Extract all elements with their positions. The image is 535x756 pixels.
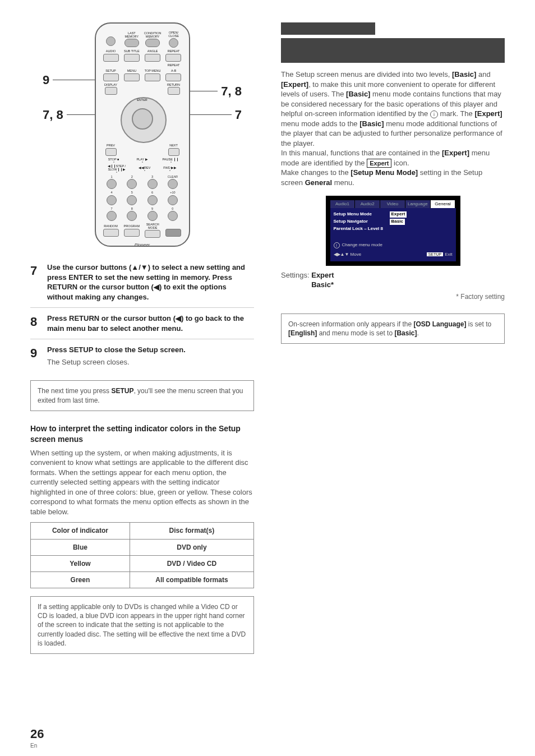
callout-78l-label: 7, 8 bbox=[43, 107, 63, 123]
display-button[interactable] bbox=[105, 87, 117, 95]
table-cell: Green bbox=[31, 571, 130, 588]
table-cell: Blue bbox=[31, 539, 130, 555]
subtitle-label: SUB TITLE bbox=[124, 50, 140, 53]
program-button[interactable] bbox=[124, 229, 140, 237]
subtitle-button[interactable] bbox=[124, 54, 140, 62]
random-button[interactable] bbox=[103, 229, 119, 237]
num-7[interactable] bbox=[107, 211, 117, 221]
numpad: 1 2 3 CLEAR 4 5 6 +10 7 8 9 0 bbox=[103, 175, 182, 221]
th-format: Disc format(s) bbox=[130, 523, 253, 539]
osd-menu-val: Basic bbox=[390, 219, 405, 225]
osd-menu-key: Parental Lock – Level 8 bbox=[334, 226, 390, 232]
step-num: 7 bbox=[30, 262, 47, 302]
angle-label: ANGLE bbox=[147, 50, 158, 53]
menu-button[interactable] bbox=[124, 73, 140, 81]
prev-button[interactable] bbox=[105, 148, 117, 156]
rev-label: ◀◀REV bbox=[139, 167, 150, 170]
clear-button[interactable] bbox=[168, 179, 178, 189]
pause-button[interactable] bbox=[170, 162, 172, 163]
angle-button[interactable] bbox=[145, 54, 160, 62]
right-para-1: The Setup screen menus are divided into … bbox=[281, 70, 505, 148]
formats-table: Color of indicator Disc format(s) BlueDV… bbox=[30, 522, 254, 588]
callout-7-right: 7 bbox=[187, 107, 242, 123]
return-label: RETURN bbox=[167, 84, 180, 87]
text: [Expert] bbox=[281, 80, 308, 89]
osd-menu-key: Setup Navigator bbox=[334, 219, 390, 225]
table-cell: DVD only bbox=[130, 539, 253, 555]
factory-note: * Factory setting bbox=[281, 292, 505, 301]
text: On-screen information only appears if th… bbox=[288, 320, 413, 328]
num-3[interactable] bbox=[147, 179, 158, 189]
step-label: ◀❙❙STEP / SLOW❙❙▶ bbox=[103, 165, 131, 171]
num-0[interactable] bbox=[168, 211, 178, 221]
num-5[interactable] bbox=[127, 195, 137, 205]
text: [OSD Language] bbox=[413, 320, 466, 328]
text: Make changes to the bbox=[281, 168, 350, 177]
text: General bbox=[305, 178, 332, 187]
open-close-button[interactable] bbox=[169, 38, 178, 48]
nav-ring[interactable]: ENTER bbox=[121, 97, 164, 141]
text: icon. bbox=[391, 159, 409, 167]
display-label: DISPLAY bbox=[104, 84, 117, 87]
banner-full bbox=[281, 38, 505, 63]
last-memory-button[interactable] bbox=[124, 39, 139, 47]
num-6-lbl: 6 bbox=[143, 191, 162, 195]
num-9[interactable] bbox=[147, 211, 158, 221]
num-4[interactable] bbox=[107, 195, 117, 205]
left-note-box: If a setting applicable only to DVDs is … bbox=[30, 596, 254, 654]
num-5-lbl: 5 bbox=[123, 191, 141, 195]
fwd-button[interactable] bbox=[169, 170, 170, 171]
info-icon: i bbox=[430, 110, 438, 118]
step-button[interactable] bbox=[116, 172, 117, 173]
repeat-button[interactable] bbox=[165, 54, 181, 62]
num-8-lbl: 8 bbox=[123, 207, 141, 211]
topmenu-button[interactable] bbox=[145, 73, 160, 81]
enter-button[interactable] bbox=[132, 108, 153, 130]
plus10-button[interactable] bbox=[168, 195, 178, 205]
plus10-lbl: +10 bbox=[163, 191, 182, 195]
callout-9: 9 bbox=[43, 72, 98, 89]
text: [Basic] bbox=[359, 119, 384, 128]
step-title: Use the cursor buttons (▲/▼) to select a… bbox=[47, 262, 254, 302]
brand-label: Pioneer bbox=[103, 242, 182, 248]
audio-button[interactable] bbox=[103, 54, 119, 62]
text: mark. The bbox=[438, 109, 475, 118]
program-lbl: PROGRAM bbox=[124, 225, 140, 228]
osd-tab: General bbox=[431, 200, 456, 209]
searchmode-button[interactable] bbox=[145, 230, 160, 238]
pause-label: PAUSE ❙❙ bbox=[163, 158, 179, 162]
ab-label: A-B bbox=[171, 70, 176, 73]
num-9-lbl: 9 bbox=[143, 207, 162, 211]
setup-button[interactable] bbox=[103, 73, 119, 81]
num-3-lbl: 3 bbox=[143, 175, 162, 179]
num-4-lbl: 4 bbox=[103, 191, 121, 195]
return-button[interactable] bbox=[168, 87, 180, 95]
text: [Basic] bbox=[346, 90, 370, 98]
next-button[interactable] bbox=[168, 148, 179, 156]
open-close-label: OPEN/ CLOSE bbox=[165, 31, 182, 38]
text: and bbox=[476, 70, 490, 79]
power-button[interactable] bbox=[106, 36, 116, 46]
play-button[interactable] bbox=[142, 162, 143, 163]
num-1[interactable] bbox=[107, 179, 117, 189]
rev-button[interactable] bbox=[144, 170, 145, 171]
banner-short bbox=[281, 22, 375, 35]
num-2-lbl: 2 bbox=[123, 175, 141, 179]
step: 8Press RETURN or the cursor button (◀) t… bbox=[30, 307, 254, 339]
right-note-box: On-screen information only appears if th… bbox=[281, 314, 505, 344]
ab-button[interactable] bbox=[165, 73, 181, 81]
num-6[interactable] bbox=[147, 195, 158, 205]
num-2[interactable] bbox=[127, 179, 137, 189]
settings-basic: Basic* bbox=[311, 280, 334, 289]
light-button[interactable] bbox=[165, 229, 181, 237]
right-column: The Setup screen menus are divided into … bbox=[281, 22, 505, 654]
tip-box: The next time you press SETUP, you'll se… bbox=[30, 380, 254, 411]
text: menu mode adds to the bbox=[281, 119, 359, 128]
condition-memory-button[interactable] bbox=[145, 39, 160, 47]
num-8[interactable] bbox=[127, 211, 137, 221]
fwd-label: FWD ▶▶ bbox=[163, 167, 177, 170]
osd-menu-val: Expert bbox=[390, 211, 407, 218]
osd-menu-line: Setup Menu ModeExpert bbox=[334, 211, 453, 218]
stop-button[interactable] bbox=[113, 162, 114, 163]
steps-container: 7Use the cursor buttons (▲/▼) to select … bbox=[30, 262, 254, 372]
